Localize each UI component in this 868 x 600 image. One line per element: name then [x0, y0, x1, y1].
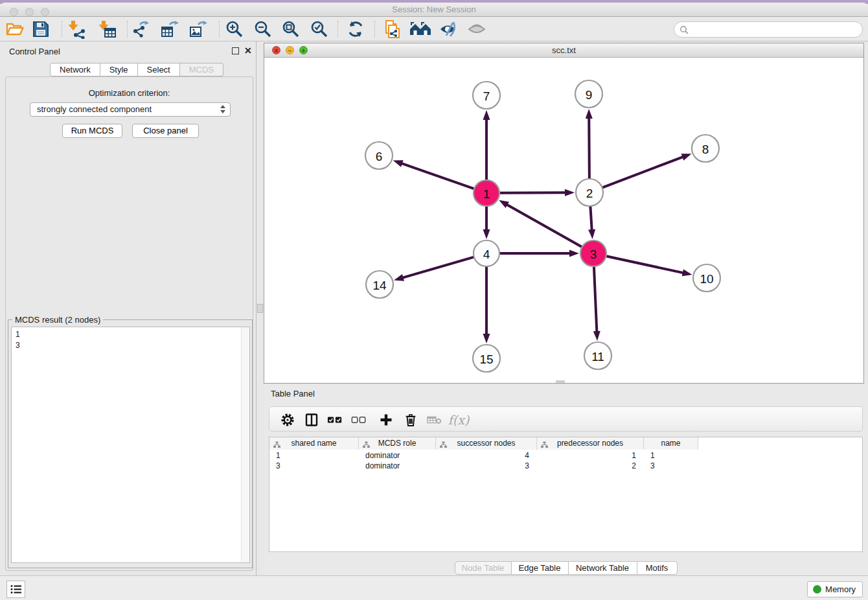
- table-cell[interactable]: 1: [269, 450, 359, 461]
- edge-2-9[interactable]: [586, 109, 593, 179]
- table-cell[interactable]: 3: [436, 461, 537, 471]
- svg-text:4: 4: [483, 248, 490, 261]
- close-network-icon[interactable]: ×: [272, 46, 280, 54]
- search-icon: [680, 25, 689, 35]
- save-session-icon[interactable]: [30, 19, 52, 40]
- node-14[interactable]: 14: [366, 271, 393, 298]
- zoom-window-button[interactable]: [41, 8, 49, 16]
- import-table-icon[interactable]: [96, 19, 118, 40]
- node-4[interactable]: 4: [474, 240, 499, 266]
- column-header-MCDS-role[interactable]: MCDS role: [359, 437, 436, 450]
- tab-select[interactable]: Select: [138, 63, 180, 76]
- tab-edge-table[interactable]: Edge Table: [512, 561, 569, 575]
- edge-1-7[interactable]: [483, 110, 490, 180]
- tab-node-table[interactable]: Node Table: [455, 561, 512, 575]
- splitpane-handle[interactable]: [257, 304, 263, 313]
- split-view-icon[interactable]: [304, 412, 319, 428]
- clone-network-icon[interactable]: [381, 19, 403, 40]
- close-panel-icon[interactable]: ✕: [244, 47, 252, 54]
- zoom-in-icon[interactable]: [223, 19, 246, 40]
- table-settings-icon[interactable]: [280, 412, 295, 428]
- node-table[interactable]: shared nameMCDS rolesuccessor nodesprede…: [269, 437, 863, 552]
- edge-3-11[interactable]: [593, 266, 600, 341]
- delete-column-icon[interactable]: [403, 412, 418, 428]
- table-cell[interactable]: 2: [537, 461, 644, 471]
- edge-1-6[interactable]: [393, 160, 474, 189]
- tab-network[interactable]: Network: [50, 63, 100, 76]
- edge-2-3[interactable]: [588, 206, 595, 239]
- edge-4-14[interactable]: [394, 257, 474, 281]
- tab-network-table[interactable]: Network Table: [569, 561, 637, 575]
- add-column-icon[interactable]: [378, 412, 394, 428]
- optimization-selected-value: strongly connected component: [37, 104, 152, 114]
- zoom-selected-icon[interactable]: [308, 19, 330, 40]
- network-canvas-svg[interactable]: 7968124314101511: [264, 58, 863, 383]
- float-panel-icon[interactable]: [232, 47, 239, 54]
- hide-eye-icon[interactable]: [437, 19, 459, 40]
- table-cell[interactable]: 3: [644, 461, 698, 471]
- table-row[interactable]: 3dominator323: [269, 461, 698, 471]
- combo-arrows-icon: [220, 105, 225, 113]
- node-15[interactable]: 15: [473, 345, 500, 372]
- column-header-shared-name[interactable]: shared name: [269, 437, 359, 450]
- search-input[interactable]: [691, 23, 858, 36]
- table-cell[interactable]: 3: [269, 461, 359, 471]
- close-panel-button[interactable]: Close panel: [132, 124, 199, 138]
- edge-3-10[interactable]: [606, 256, 692, 276]
- canvas-scroll-grip[interactable]: [556, 380, 565, 383]
- edge-4-3[interactable]: [499, 250, 579, 257]
- table-cell[interactable]: dominator: [359, 461, 436, 471]
- tab-motifs[interactable]: Motifs: [637, 561, 678, 575]
- import-network-icon[interactable]: [65, 19, 87, 40]
- node-8[interactable]: 8: [692, 135, 719, 162]
- zoom-fit-icon[interactable]: [280, 19, 302, 40]
- deselect-all-icon[interactable]: [351, 412, 367, 428]
- open-session-icon[interactable]: [4, 19, 26, 40]
- column-header-predecessor-nodes[interactable]: predecessor nodes: [537, 437, 644, 450]
- node-7[interactable]: 7: [473, 82, 500, 109]
- node-11[interactable]: 11: [584, 342, 611, 369]
- column-header-name[interactable]: name: [644, 437, 698, 450]
- close-window-button[interactable]: [10, 8, 18, 16]
- toolbar-separator: [62, 21, 62, 38]
- node-10[interactable]: 10: [693, 264, 720, 292]
- table-cell[interactable]: 4: [436, 450, 537, 461]
- memory-button[interactable]: Memory: [807, 581, 863, 597]
- table-cell[interactable]: 1: [644, 450, 698, 461]
- minimize-window-button[interactable]: [25, 8, 34, 16]
- home-views-icon[interactable]: [409, 19, 431, 40]
- export-image-icon[interactable]: [187, 19, 209, 40]
- node-6[interactable]: 6: [365, 142, 393, 169]
- edge-1-4[interactable]: [483, 206, 490, 239]
- edge-2-8[interactable]: [602, 154, 692, 187]
- mcds-result-text: 1 3: [16, 329, 20, 351]
- table-toolbar: f(x): [269, 406, 863, 432]
- network-window-titlebar[interactable]: × − + scc.txt: [264, 43, 863, 58]
- node-3[interactable]: 3: [580, 240, 606, 266]
- run-mcds-button[interactable]: Run MCDS: [62, 124, 122, 138]
- column-header-successor-nodes[interactable]: successor nodes: [436, 437, 537, 450]
- export-network-icon[interactable]: [130, 19, 152, 40]
- tab-mcds[interactable]: MCDS: [180, 63, 223, 76]
- node-9[interactable]: 9: [575, 80, 602, 108]
- table-cell[interactable]: 1: [537, 450, 644, 461]
- maximize-network-icon[interactable]: +: [299, 46, 308, 54]
- edge-3-1[interactable]: [499, 200, 582, 247]
- table-row[interactable]: 1dominator411: [269, 450, 698, 461]
- refresh-icon[interactable]: [345, 19, 367, 40]
- select-all-icon[interactable]: [327, 412, 343, 428]
- table-cell[interactable]: dominator: [359, 450, 436, 461]
- tab-style[interactable]: Style: [100, 63, 138, 76]
- task-history-button[interactable]: [6, 581, 25, 598]
- node-1[interactable]: 1: [474, 180, 499, 206]
- edge-1-2[interactable]: [499, 189, 575, 196]
- minimize-network-icon[interactable]: −: [286, 46, 294, 54]
- result-scrollbar[interactable]: [241, 327, 249, 562]
- export-table-icon[interactable]: [159, 19, 181, 40]
- mcds-result-area[interactable]: 1 3: [11, 327, 250, 563]
- optimization-criterion-select[interactable]: strongly connected component: [30, 102, 231, 117]
- node-2[interactable]: 2: [576, 179, 603, 206]
- search-field[interactable]: [674, 21, 863, 38]
- edge-4-15[interactable]: [483, 266, 490, 343]
- zoom-out-icon[interactable]: [252, 19, 274, 40]
